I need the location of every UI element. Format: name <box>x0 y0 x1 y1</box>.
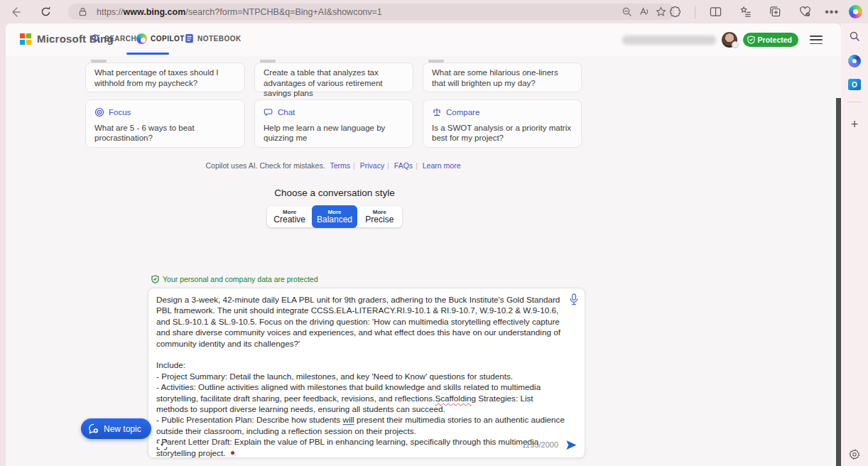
split-screen-icon[interactable] <box>705 2 725 22</box>
bing-copilot-page: Microsoft Bing SEARCH COPILOT NOTEBOOK P… <box>6 23 841 466</box>
bing-header: Microsoft Bing SEARCH COPILOT NOTEBOOK P… <box>6 23 841 56</box>
protected-badge[interactable]: Protected <box>743 33 798 47</box>
back-icon[interactable] <box>6 2 26 22</box>
char-counter: 1195/2000 <box>522 440 558 449</box>
privacy-link[interactable]: Privacy <box>360 161 384 170</box>
new-chat-icon <box>88 423 99 434</box>
tab-notebook[interactable]: NOTEBOOK <box>185 23 242 53</box>
suggestion-card-focus[interactable]: Focus What are 5 - 6 ways to beat procra… <box>85 99 245 148</box>
sidebar-designer-icon[interactable] <box>848 55 861 67</box>
composer-text[interactable]: Design a 3-week, 42-minute daily ELA PBL… <box>156 294 567 458</box>
conversation-style-title: Choose a conversation style <box>6 188 663 198</box>
shield-check-icon <box>747 36 755 44</box>
search-icon <box>91 33 101 43</box>
zoom-out-icon[interactable] <box>618 4 635 21</box>
learn-more-link[interactable]: Learn more <box>423 161 461 170</box>
faqs-link[interactable]: FAQs <box>394 161 413 170</box>
favorites-icon[interactable] <box>735 2 755 22</box>
edge-sidebar: O + <box>841 23 868 466</box>
chat-icon <box>264 107 273 117</box>
redacted-username <box>622 36 716 45</box>
sidebar-settings-icon[interactable] <box>849 448 861 460</box>
suggestion-card[interactable]: What are some hilarious one-liners that … <box>423 63 582 92</box>
refresh-icon[interactable] <box>36 2 55 22</box>
browser-toolbar: https://www.bing.com/search?form=NTPCHB&… <box>0 0 868 23</box>
tab-copilot[interactable]: COPILOT <box>136 23 185 53</box>
microphone-icon[interactable] <box>569 293 579 305</box>
sidebar-divider <box>847 102 862 102</box>
add-image-icon[interactable] <box>156 439 168 450</box>
scrollbar[interactable] <box>836 98 841 466</box>
collections-icon[interactable] <box>765 2 785 22</box>
avatar[interactable] <box>722 32 737 48</box>
disclaimer: Copilot uses AI. Check for mistakes. Ter… <box>6 161 663 170</box>
browser-essentials-icon[interactable] <box>795 2 815 22</box>
address-bar[interactable]: https://www.bing.com/search?form=NTPCHB&… <box>68 4 675 20</box>
notebook-icon <box>185 33 194 43</box>
copilot-icon <box>136 33 147 44</box>
suggestion-card[interactable]: What percentage of taxes should I withho… <box>85 63 245 92</box>
send-icon[interactable] <box>565 440 577 450</box>
suggestion-card[interactable]: Create a table that analyzes tax advanta… <box>254 63 413 92</box>
hamburger-menu-icon[interactable] <box>810 36 823 44</box>
toolbar-divider <box>695 6 695 18</box>
workspaces-icon[interactable] <box>665 2 685 22</box>
style-option-precise[interactable]: More Precise <box>357 206 402 227</box>
copilot-toolbar-icon[interactable] <box>849 5 862 18</box>
terms-link[interactable]: Terms <box>330 161 351 170</box>
green-shield-icon <box>151 275 159 283</box>
url-text[interactable]: https://www.bing.com/search?form=NTPCHB&… <box>97 7 618 17</box>
new-topic-button[interactable]: New topic <box>81 418 151 439</box>
suggestion-card-chat[interactable]: Chat Help me learn a new language by qui… <box>254 99 413 148</box>
composer-footer: 1195/2000 <box>156 438 577 452</box>
suggestion-card-compare[interactable]: Compare Is a SWOT analysis or a priority… <box>423 99 582 148</box>
active-tab-underline <box>126 53 169 55</box>
sidebar-outlook-icon[interactable]: O <box>848 79 861 90</box>
data-protected-note: Your personal and company data are prote… <box>151 275 318 283</box>
style-option-creative[interactable]: More Creative <box>267 206 312 227</box>
sidebar-search-icon[interactable] <box>849 31 860 42</box>
style-option-balanced[interactable]: More Balanced <box>312 205 357 228</box>
composer: Design a 3-week, 42-minute daily ELA PBL… <box>148 288 585 458</box>
sidebar-add-icon[interactable]: + <box>851 117 859 132</box>
focus-icon <box>94 107 104 117</box>
more-options-icon[interactable]: ••• <box>825 6 839 18</box>
microsoft-logo-icon <box>20 33 31 45</box>
tab-search[interactable]: SEARCH <box>91 23 136 53</box>
lock-icon[interactable] <box>74 4 91 21</box>
read-aloud-icon[interactable] <box>635 4 652 21</box>
conversation-style-group: More Creative More Balanced More Precise <box>267 206 402 227</box>
compare-icon <box>432 107 442 117</box>
